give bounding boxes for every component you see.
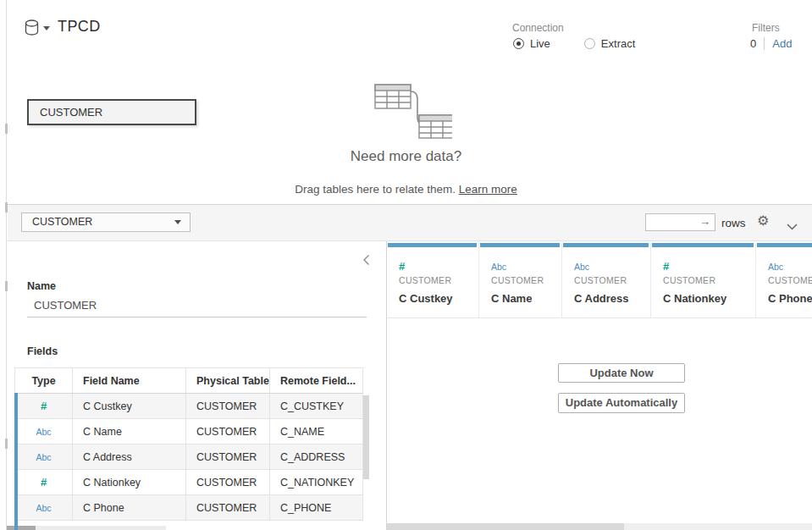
selected-rows-accent-bar bbox=[14, 393, 18, 530]
string-type-icon: Abc bbox=[574, 262, 589, 272]
field-name-cell: C Address bbox=[73, 444, 186, 470]
relate-tables-illustration-icon bbox=[371, 81, 452, 144]
column-field-label: C Nationkey bbox=[663, 292, 726, 305]
column-table-label: CUSTOMER bbox=[399, 275, 451, 285]
left-pane-collapsed-edge[interactable] bbox=[0, 0, 7, 530]
data-preview-grid: #CUSTOMERC CustkeyAbcCUSTOMERC NameAbcCU… bbox=[386, 241, 812, 530]
canvas-table-node-customer[interactable]: CUSTOMER bbox=[27, 99, 196, 125]
number-type-icon: # bbox=[41, 476, 47, 489]
column-accent-bar bbox=[757, 243, 812, 247]
column-table-label: CUSTOMER bbox=[768, 275, 812, 285]
physical-table-cell: CUSTOMER bbox=[186, 470, 270, 495]
physical-table-cell: CUSTOMER bbox=[186, 444, 270, 470]
grid-column-header[interactable]: #CUSTOMERC Nationkey bbox=[651, 243, 756, 317]
tableau-datasource-page: TPCD Connection Live Extract Filters 0 A… bbox=[0, 0, 812, 530]
string-type-icon: Abc bbox=[15, 495, 73, 521]
string-type-icon: Abc bbox=[36, 503, 51, 513]
number-type-icon: # bbox=[41, 400, 47, 412]
grid-column-header[interactable]: AbcCUSTOMERC Address bbox=[562, 243, 651, 317]
divider bbox=[387, 317, 812, 318]
remote-field-cell: C_CUSTKEY bbox=[270, 394, 363, 419]
string-type-icon: Abc bbox=[768, 262, 783, 272]
column-header-type[interactable]: Type bbox=[15, 368, 73, 394]
datasource-title[interactable]: TPCD bbox=[58, 18, 101, 36]
column-type-icon-wrap: Abc bbox=[491, 258, 506, 273]
column-header-remote-field[interactable]: Remote Field... bbox=[270, 368, 363, 394]
remote-field-cell: C_PHONE bbox=[270, 495, 363, 521]
remote-field-cell: C_NATIONKEY bbox=[270, 470, 363, 495]
column-field-label: C Name bbox=[491, 292, 532, 305]
table-select-dropdown[interactable]: CUSTOMER bbox=[21, 213, 191, 232]
filters-label: Filters bbox=[752, 22, 780, 34]
name-value-field[interactable]: CUSTOMER bbox=[34, 299, 97, 312]
radio-extract-label: Extract bbox=[601, 37, 635, 50]
string-type-icon: Abc bbox=[15, 419, 73, 444]
filters-row: 0 Add bbox=[750, 37, 792, 50]
fields-table-row[interactable]: AbcC PhoneCUSTOMERC_PHONE bbox=[15, 495, 363, 521]
add-filter-link[interactable]: Add bbox=[772, 37, 792, 50]
string-type-icon: Abc bbox=[36, 427, 51, 437]
edge-tick bbox=[5, 202, 8, 213]
fields-table-vertical-scrollbar[interactable] bbox=[363, 395, 369, 479]
filters-count: 0 bbox=[750, 37, 756, 50]
fields-table-row[interactable]: AbcC NameCUSTOMERC_NAME bbox=[15, 419, 363, 444]
string-type-icon: Abc bbox=[15, 444, 73, 470]
gear-icon[interactable]: ⚙ bbox=[757, 213, 769, 229]
learn-more-link[interactable]: Learn more bbox=[459, 183, 517, 196]
grid-column-header[interactable]: AbcCUSTOMERC Phone bbox=[756, 243, 812, 317]
chevron-down-icon bbox=[174, 220, 181, 224]
column-accent-bar bbox=[652, 243, 754, 247]
column-field-label: C Address bbox=[574, 292, 629, 305]
fields-table-row[interactable]: AbcC AddressCUSTOMERC_ADDRESS bbox=[15, 444, 363, 470]
number-type-icon: # bbox=[15, 394, 73, 419]
physical-table-cell: CUSTOMER bbox=[186, 495, 270, 521]
update-now-button[interactable]: Update Now bbox=[558, 363, 685, 383]
column-field-label: C Phone bbox=[768, 292, 812, 305]
column-table-label: CUSTOMER bbox=[491, 275, 544, 285]
edge-tick bbox=[5, 439, 8, 449]
name-label: Name bbox=[27, 280, 56, 292]
column-type-icon-wrap: # bbox=[399, 258, 405, 273]
remote-field-cell: C_NAME bbox=[270, 419, 363, 444]
go-arrow-icon[interactable]: → bbox=[699, 215, 710, 228]
remote-field-cell: C_ADDRESS bbox=[270, 444, 363, 470]
edge-tick bbox=[5, 124, 8, 134]
radio-live-label: Live bbox=[530, 37, 550, 50]
grid-column-header[interactable]: #CUSTOMERC Custkey bbox=[387, 243, 479, 317]
column-table-label: CUSTOMER bbox=[663, 275, 715, 285]
connection-label: Connection bbox=[512, 22, 564, 34]
radio-live[interactable]: Live bbox=[513, 37, 550, 50]
number-type-icon: # bbox=[663, 260, 669, 273]
database-icon[interactable] bbox=[25, 19, 40, 40]
grid-column-header[interactable]: AbcCUSTOMERC Name bbox=[479, 243, 562, 317]
field-name-cell: C Phone bbox=[73, 495, 186, 521]
column-accent-bar bbox=[480, 243, 560, 247]
radio-extract[interactable]: Extract bbox=[584, 37, 635, 50]
fields-table: Type Field Name Physical Table Remote Fi… bbox=[14, 367, 363, 521]
collapse-panel-chevron-left-icon[interactable] bbox=[362, 254, 370, 269]
fields-table-row[interactable]: #C NationkeyCUSTOMERC_NATIONKEY bbox=[15, 470, 363, 495]
number-type-icon: # bbox=[399, 260, 405, 273]
column-header-physical-table[interactable]: Physical Table bbox=[186, 368, 270, 394]
column-field-label: C Custkey bbox=[399, 292, 453, 305]
column-type-icon-wrap: Abc bbox=[574, 258, 589, 273]
field-name-cell: C Nationkey bbox=[73, 470, 186, 495]
column-type-icon-wrap: Abc bbox=[768, 258, 783, 273]
empty-state-title: Need more data? bbox=[0, 148, 812, 165]
column-table-label: CUSTOMER bbox=[574, 275, 627, 285]
rows-label: rows bbox=[721, 217, 746, 229]
update-automatically-button[interactable]: Update Automatically bbox=[558, 393, 685, 413]
field-name-cell: C Name bbox=[73, 419, 186, 444]
fields-table-row[interactable]: #C CustkeyCUSTOMERC_CUSTKEY bbox=[15, 394, 363, 419]
column-header-field-name[interactable]: Field Name bbox=[73, 368, 186, 394]
edge-tick bbox=[5, 281, 8, 291]
radio-circle-icon bbox=[513, 38, 524, 49]
number-type-icon: # bbox=[15, 470, 73, 495]
string-type-icon: Abc bbox=[491, 262, 506, 272]
drag-hint-text: Drag tables here to relate them. bbox=[295, 183, 456, 196]
chevron-down-icon[interactable] bbox=[787, 218, 798, 234]
database-dropdown-caret-icon[interactable] bbox=[43, 26, 50, 30]
grid-horizontal-scrollbar-thumb[interactable] bbox=[387, 523, 624, 530]
column-accent-bar bbox=[563, 243, 649, 247]
table-select-value: CUSTOMER bbox=[32, 216, 92, 228]
